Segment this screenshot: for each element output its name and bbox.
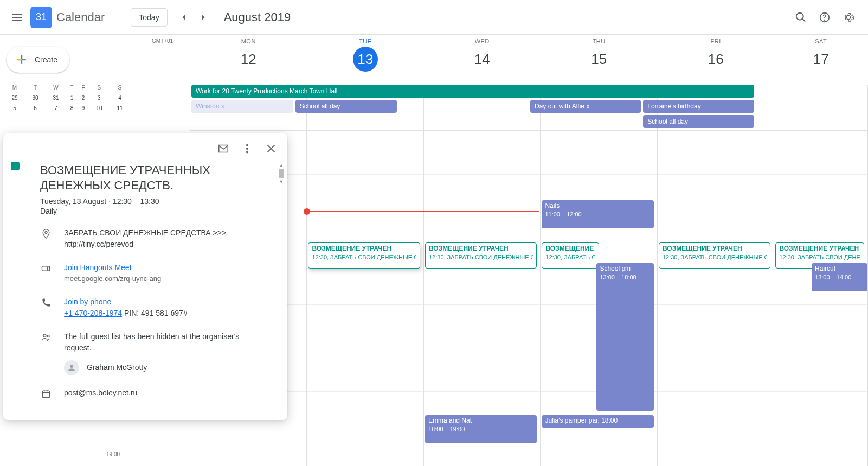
mini-dow: S <box>89 82 110 93</box>
guest-avatar <box>64 360 79 375</box>
location-icon <box>40 227 52 250</box>
allday-event-dayout[interactable]: Day out with Alfie x <box>530 100 641 113</box>
video-icon <box>40 262 52 284</box>
svg-point-7 <box>70 365 73 368</box>
mini-dow: M <box>4 82 25 93</box>
event-pamper[interactable]: Julia's pamper par, 18:00 <box>542 415 653 428</box>
chevron-left-icon <box>178 12 189 23</box>
svg-rect-4 <box>42 266 48 271</box>
allday-event-winston[interactable]: Winston x <box>191 100 293 113</box>
phone-icon <box>40 296 52 319</box>
meet-url: meet.google.com/zrq-uync-ang <box>64 273 267 284</box>
day-header-sat[interactable]: SAT17 <box>774 35 868 85</box>
col-wed[interactable]: ВОЗМЕЩЕНИЕ УТРАЧЕН 12:30, ЗАБРАТЬ СВОИ Д… <box>424 130 541 466</box>
allday-event-lorraine[interactable]: Lorraine's birthday <box>643 100 754 113</box>
popup-repeat: Daily <box>40 207 267 215</box>
chevron-right-icon <box>198 12 209 23</box>
popup-title: ВОЗМЕЩЕНИЕ УТРАЧЕННЫХ ДЕНЕЖНЫХ СРЕДСТВ. <box>40 163 267 193</box>
mini-day[interactable]: 8 <box>66 103 78 113</box>
mini-day[interactable]: 4 <box>110 93 130 103</box>
mini-dow: W <box>46 82 66 93</box>
popup-location: ЗАБРАТЬ СВОИ ДЕНЕЖНЫЕ СРЕДСТВА >>> http:… <box>64 227 267 250</box>
event-details-popup: ▲ ▼ ВОЗМЕЩЕНИЕ УТРАЧЕННЫХ ДЕНЕЖНЫХ СРЕДС… <box>3 133 287 420</box>
plus-icon <box>14 52 29 67</box>
mini-dow: T <box>66 82 78 93</box>
now-dot-icon <box>304 208 310 215</box>
event-voz-fri[interactable]: ВОЗМЕЩЕНИЕ УТРАЧЕН 12:30, ЗАБРАТЬ СВОИ Д… <box>659 242 770 269</box>
join-phone-link[interactable]: Join by phone <box>64 296 267 308</box>
day-header-thu[interactable]: THU15 <box>541 35 657 85</box>
create-label: Create <box>35 55 57 64</box>
mini-dow: T <box>25 82 46 93</box>
event-voz-thu[interactable]: ВОЗМЕЩЕНИЕ УТРАЧЕН 12:30, ЗАБРАТЬ СВОИ Д… <box>542 242 599 269</box>
hamburger-icon <box>11 11 24 24</box>
event-voz-tue[interactable]: ВОЗМЕЩЕНИЕ УТРАЧЕН 12:30, ЗАБРАТЬ СВОИ Д… <box>308 242 420 269</box>
col-tue[interactable]: ВОЗМЕЩЕНИЕ УТРАЧЕН 12:30, ЗАБРАТЬ СВОИ Д… <box>307 130 423 466</box>
mini-day[interactable]: 30 <box>25 93 46 103</box>
app-title: Calendar <box>56 10 105 24</box>
allday-event-school[interactable]: School all day <box>295 100 397 113</box>
guests-icon <box>40 331 52 375</box>
event-voz-wed[interactable]: ВОЗМЕЩЕНИЕ УТРАЧЕН 12:30, ЗАБРАТЬ СВОИ Д… <box>425 242 537 269</box>
person-icon <box>67 363 76 373</box>
mini-calendar[interactable]: M T W T F S S 29 30 31 1 2 3 4 5 6 7 <box>4 82 130 113</box>
menu-button[interactable] <box>4 4 30 30</box>
event-emma[interactable]: Emma and Nat 18:00 – 19:00 <box>425 415 537 443</box>
app-header: 31 Calendar Today August 2019 <box>0 0 868 35</box>
guest-note: The full guest list has been hidden at t… <box>64 331 267 354</box>
prev-week-button[interactable] <box>174 8 194 27</box>
join-meet-link[interactable]: Join Hangouts Meet <box>64 262 267 273</box>
gear-icon <box>843 11 854 23</box>
help-icon <box>819 11 831 23</box>
mini-day[interactable]: 2 <box>78 93 89 103</box>
col-sat[interactable]: ВОЗМЕЩЕНИЕ УТРАЧЕН 12:30, ЗАБРАТЬ СВОИ Д… <box>774 130 868 466</box>
allday-event-work[interactable]: Work for 20 Twenty Productions March Tow… <box>191 85 754 98</box>
timezone-label: GMT+01 <box>152 38 173 44</box>
event-haircut[interactable]: Haircut 13:00 – 14:00 <box>812 263 867 291</box>
svg-point-3 <box>45 231 47 233</box>
search-button[interactable] <box>790 7 812 28</box>
create-button[interactable]: Create <box>7 47 69 73</box>
col-fri[interactable]: ВОЗМЕЩЕНИЕ УТРАЧЕН 12:30, ЗАБРАТЬ СВОИ Д… <box>658 130 774 466</box>
event-nails[interactable]: Nails 11:00 – 12:00 <box>542 200 653 228</box>
mini-day[interactable]: 7 <box>46 103 66 113</box>
allday-event-school2[interactable]: School all day <box>643 115 754 128</box>
month-label: August 2019 <box>224 10 291 24</box>
mini-day[interactable]: 31 <box>46 93 66 103</box>
day-headers: MON12 TUE13 WED14 THU15 FRI16 SAT17 <box>190 35 868 85</box>
popup-when: Tuesday, 13 August · 12:30 – 13:30 <box>40 197 267 206</box>
day-header-wed[interactable]: WED14 <box>424 35 541 85</box>
mini-day[interactable]: 10 <box>89 103 110 113</box>
calendar-logo: 31 <box>30 7 52 28</box>
calendar-grid: MON12 TUE13 WED14 THU15 FRI16 SAT17 Work… <box>190 35 868 466</box>
svg-rect-8 <box>42 391 49 398</box>
today-button[interactable]: Today <box>131 8 167 27</box>
mini-day[interactable]: 29 <box>4 93 25 103</box>
mini-day[interactable]: 3 <box>89 93 110 103</box>
svg-point-6 <box>47 335 49 337</box>
day-header-mon[interactable]: MON12 <box>190 35 307 85</box>
phone-number-link[interactable]: +1 470-208-1974 <box>64 309 122 317</box>
time-grid[interactable]: ВОЗМЕЩЕНИЕ УТРАЧЕН 12:30, ЗАБРАТЬ СВОИ Д… <box>190 130 868 466</box>
mini-dow: F <box>78 82 89 93</box>
calendar-icon <box>40 387 52 399</box>
mini-dow: S <box>110 82 130 93</box>
mini-day[interactable]: 6 <box>25 103 46 113</box>
phone-pin: PIN: 491 581 697# <box>122 309 188 317</box>
mini-day[interactable]: 11 <box>110 103 130 113</box>
event-schoolpm[interactable]: School pm 13:00 – 18:00 <box>596 263 654 411</box>
help-button[interactable] <box>814 7 835 28</box>
day-header-fri[interactable]: FRI16 <box>658 35 774 85</box>
svg-point-5 <box>43 334 46 337</box>
allday-section: Work for 20 Twenty Productions March Tow… <box>190 85 868 130</box>
guest-name: Graham McGrotty <box>87 362 147 373</box>
organizer-email: post@ms.boley.net.ru <box>64 387 267 399</box>
col-thu[interactable]: Nails 11:00 – 12:00 ВОЗМЕЩЕНИЕ УТРАЧЕН 1… <box>541 130 657 466</box>
mini-day[interactable]: 9 <box>78 103 89 113</box>
search-icon <box>795 11 807 23</box>
mini-day[interactable]: 1 <box>66 93 78 103</box>
day-header-tue[interactable]: TUE13 <box>307 35 423 85</box>
settings-button[interactable] <box>838 7 859 28</box>
mini-day[interactable]: 5 <box>4 103 25 113</box>
next-week-button[interactable] <box>194 8 213 27</box>
